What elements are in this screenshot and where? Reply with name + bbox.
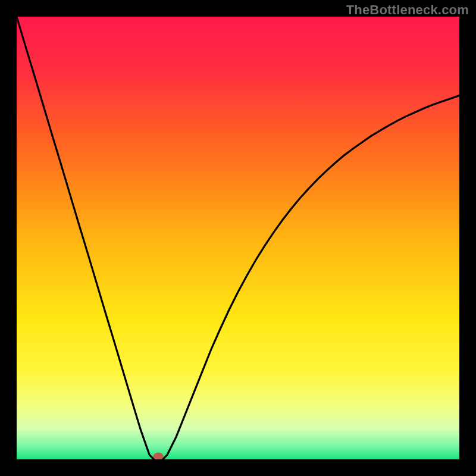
watermark-text: TheBottleneck.com (346, 2, 469, 18)
optimal-point-marker (154, 453, 163, 459)
chart-container: TheBottleneck.com (0, 0, 476, 476)
bottleneck-chart (17, 17, 459, 459)
